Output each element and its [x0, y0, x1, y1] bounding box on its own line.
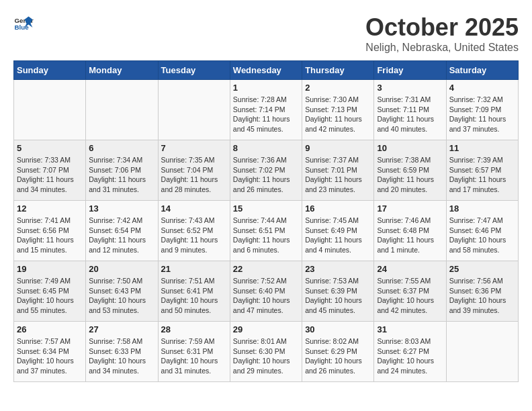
day-number: 25 — [449, 264, 515, 274]
day-number: 24 — [377, 264, 443, 274]
calendar-cell: 26Sunrise: 7:57 AM Sunset: 6:34 PM Dayli… — [14, 322, 86, 382]
calendar-cell: 2Sunrise: 7:30 AM Sunset: 7:13 PM Daylig… — [302, 80, 374, 140]
weekday-header-tuesday: Tuesday — [158, 61, 230, 80]
day-info: Sunrise: 7:58 AM Sunset: 6:33 PM Dayligh… — [89, 336, 154, 376]
day-info: Sunrise: 7:31 AM Sunset: 7:11 PM Dayligh… — [377, 95, 443, 134]
calendar-cell: 4Sunrise: 7:32 AM Sunset: 7:09 PM Daylig… — [446, 80, 518, 140]
calendar-cell: 13Sunrise: 7:42 AM Sunset: 6:54 PM Dayli… — [86, 201, 158, 261]
day-number: 5 — [17, 143, 83, 153]
day-info: Sunrise: 7:44 AM Sunset: 6:51 PM Dayligh… — [233, 216, 299, 255]
day-number: 4 — [449, 83, 515, 93]
day-number: 22 — [233, 264, 299, 274]
day-info: Sunrise: 7:49 AM Sunset: 6:45 PM Dayligh… — [17, 276, 83, 316]
day-info: Sunrise: 7:28 AM Sunset: 7:14 PM Dayligh… — [233, 95, 299, 134]
day-info: Sunrise: 7:41 AM Sunset: 6:56 PM Dayligh… — [17, 216, 83, 255]
calendar-cell: 27Sunrise: 7:58 AM Sunset: 6:33 PM Dayli… — [86, 322, 158, 382]
day-info: Sunrise: 7:52 AM Sunset: 6:40 PM Dayligh… — [233, 276, 299, 316]
calendar-cell — [86, 80, 158, 140]
day-number: 20 — [89, 264, 154, 274]
calendar-cell: 30Sunrise: 8:02 AM Sunset: 6:29 PM Dayli… — [302, 322, 374, 382]
day-number: 28 — [161, 324, 227, 334]
day-info: Sunrise: 7:39 AM Sunset: 6:57 PM Dayligh… — [449, 155, 515, 195]
day-info: Sunrise: 7:30 AM Sunset: 7:13 PM Dayligh… — [305, 95, 371, 134]
day-number: 31 — [377, 324, 443, 334]
title-area: October 2025 Neligh, Nebraska, United St… — [365, 13, 519, 54]
calendar-cell — [14, 80, 86, 140]
calendar-week-row: 26Sunrise: 7:57 AM Sunset: 6:34 PM Dayli… — [14, 322, 519, 382]
day-number: 27 — [89, 324, 154, 334]
day-info: Sunrise: 7:37 AM Sunset: 7:01 PM Dayligh… — [305, 155, 371, 195]
calendar-cell: 10Sunrise: 7:38 AM Sunset: 6:59 PM Dayli… — [374, 140, 446, 201]
calendar-week-row: 5Sunrise: 7:33 AM Sunset: 7:07 PM Daylig… — [14, 140, 519, 201]
day-number: 14 — [161, 203, 227, 214]
calendar-cell: 25Sunrise: 7:56 AM Sunset: 6:36 PM Dayli… — [446, 261, 518, 322]
day-info: Sunrise: 7:56 AM Sunset: 6:36 PM Dayligh… — [449, 276, 515, 316]
calendar-cell: 17Sunrise: 7:46 AM Sunset: 6:48 PM Dayli… — [374, 201, 446, 261]
day-number: 16 — [305, 203, 371, 214]
calendar-cell: 22Sunrise: 7:52 AM Sunset: 6:40 PM Dayli… — [230, 261, 302, 322]
day-info: Sunrise: 7:33 AM Sunset: 7:07 PM Dayligh… — [17, 155, 83, 195]
day-number: 8 — [233, 143, 299, 153]
day-number: 17 — [377, 203, 443, 214]
calendar-cell: 6Sunrise: 7:34 AM Sunset: 7:06 PM Daylig… — [86, 140, 158, 201]
calendar-cell — [446, 322, 518, 382]
calendar-cell: 31Sunrise: 8:03 AM Sunset: 6:27 PM Dayli… — [374, 322, 446, 382]
day-number: 6 — [89, 143, 154, 153]
weekday-header-row: SundayMondayTuesdayWednesdayThursdayFrid… — [14, 61, 519, 80]
calendar-week-row: 19Sunrise: 7:49 AM Sunset: 6:45 PM Dayli… — [14, 261, 519, 322]
calendar-cell: 28Sunrise: 7:59 AM Sunset: 6:31 PM Dayli… — [158, 322, 230, 382]
month-title: October 2025 — [365, 13, 519, 42]
calendar-cell: 23Sunrise: 7:53 AM Sunset: 6:39 PM Dayli… — [302, 261, 374, 322]
day-number: 11 — [449, 143, 515, 153]
page-header: General Blue October 2025 Neligh, Nebras… — [13, 13, 519, 54]
day-number: 7 — [161, 143, 227, 153]
day-number: 23 — [305, 264, 371, 274]
weekday-header-friday: Friday — [374, 61, 446, 80]
calendar-cell: 12Sunrise: 7:41 AM Sunset: 6:56 PM Dayli… — [14, 201, 86, 261]
day-info: Sunrise: 7:55 AM Sunset: 6:37 PM Dayligh… — [377, 276, 443, 316]
calendar-cell: 11Sunrise: 7:39 AM Sunset: 6:57 PM Dayli… — [446, 140, 518, 201]
calendar-cell: 16Sunrise: 7:45 AM Sunset: 6:49 PM Dayli… — [302, 201, 374, 261]
day-number: 21 — [161, 264, 227, 274]
calendar-cell: 18Sunrise: 7:47 AM Sunset: 6:46 PM Dayli… — [446, 201, 518, 261]
calendar-cell: 8Sunrise: 7:36 AM Sunset: 7:02 PM Daylig… — [230, 140, 302, 201]
day-info: Sunrise: 7:51 AM Sunset: 6:41 PM Dayligh… — [161, 276, 227, 316]
day-info: Sunrise: 7:42 AM Sunset: 6:54 PM Dayligh… — [89, 216, 154, 255]
weekday-header-saturday: Saturday — [446, 61, 518, 80]
day-info: Sunrise: 8:02 AM Sunset: 6:29 PM Dayligh… — [305, 336, 371, 376]
day-info: Sunrise: 7:47 AM Sunset: 6:46 PM Dayligh… — [449, 216, 515, 255]
day-number: 13 — [89, 203, 154, 214]
day-number: 19 — [17, 264, 83, 274]
logo: General Blue — [13, 13, 34, 34]
day-info: Sunrise: 7:34 AM Sunset: 7:06 PM Dayligh… — [89, 155, 154, 195]
day-info: Sunrise: 7:35 AM Sunset: 7:04 PM Dayligh… — [161, 155, 227, 195]
calendar-cell: 1Sunrise: 7:28 AM Sunset: 7:14 PM Daylig… — [230, 80, 302, 140]
day-info: Sunrise: 7:59 AM Sunset: 6:31 PM Dayligh… — [161, 336, 227, 376]
calendar-week-row: 1Sunrise: 7:28 AM Sunset: 7:14 PM Daylig… — [14, 80, 519, 140]
day-info: Sunrise: 7:36 AM Sunset: 7:02 PM Dayligh… — [233, 155, 299, 195]
day-number: 3 — [377, 83, 443, 93]
day-number: 29 — [233, 324, 299, 334]
weekday-header-monday: Monday — [86, 61, 158, 80]
calendar-week-row: 12Sunrise: 7:41 AM Sunset: 6:56 PM Dayli… — [14, 201, 519, 261]
calendar-cell: 7Sunrise: 7:35 AM Sunset: 7:04 PM Daylig… — [158, 140, 230, 201]
calendar-cell — [158, 80, 230, 140]
logo-icon: General Blue — [13, 13, 34, 34]
day-info: Sunrise: 7:57 AM Sunset: 6:34 PM Dayligh… — [17, 336, 83, 376]
day-number: 9 — [305, 143, 371, 153]
calendar-cell: 9Sunrise: 7:37 AM Sunset: 7:01 PM Daylig… — [302, 140, 374, 201]
day-number: 10 — [377, 143, 443, 153]
weekday-header-wednesday: Wednesday — [230, 61, 302, 80]
location: Neligh, Nebraska, United States — [365, 42, 519, 54]
day-info: Sunrise: 8:03 AM Sunset: 6:27 PM Dayligh… — [377, 336, 443, 376]
day-info: Sunrise: 8:01 AM Sunset: 6:30 PM Dayligh… — [233, 336, 299, 376]
day-number: 1 — [233, 83, 299, 93]
calendar-cell: 20Sunrise: 7:50 AM Sunset: 6:43 PM Dayli… — [86, 261, 158, 322]
day-number: 2 — [305, 83, 371, 93]
weekday-header-thursday: Thursday — [302, 61, 374, 80]
calendar-cell: 15Sunrise: 7:44 AM Sunset: 6:51 PM Dayli… — [230, 201, 302, 261]
day-number: 18 — [449, 203, 515, 214]
day-info: Sunrise: 7:38 AM Sunset: 6:59 PM Dayligh… — [377, 155, 443, 195]
calendar-cell: 14Sunrise: 7:43 AM Sunset: 6:52 PM Dayli… — [158, 201, 230, 261]
day-number: 15 — [233, 203, 299, 214]
